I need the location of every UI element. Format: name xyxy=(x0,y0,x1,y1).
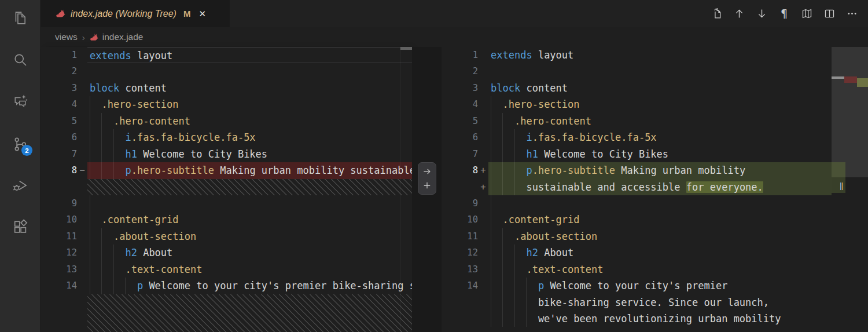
scrollbar-slider[interactable] xyxy=(400,47,412,50)
line-number: 2 xyxy=(442,63,478,79)
line-number: 11 xyxy=(41,228,77,245)
toggle-whitespace-button[interactable]: ¶ xyxy=(778,8,790,20)
close-icon[interactable]: ✕ xyxy=(198,9,206,18)
line-content: block content xyxy=(87,80,412,96)
toggle-split-view-button[interactable] xyxy=(823,8,836,20)
line-content: bike-sharing service. Since our launch, xyxy=(488,294,832,311)
scrollbar-track xyxy=(400,47,412,332)
diff-sign xyxy=(478,195,488,211)
code-line[interactable]: 1extends layout xyxy=(442,47,832,63)
modified-code: 1extends layout23block content4 .hero-se… xyxy=(442,47,832,332)
next-change-button[interactable] xyxy=(755,8,768,20)
code-line[interactable] xyxy=(442,327,832,332)
tab-index-jade[interactable]: index.jade (Working Tree) M ✕ xyxy=(41,0,230,27)
line-content: .hero-content xyxy=(87,113,412,129)
breadcrumb-item-index-jade[interactable]: index.jade xyxy=(90,32,144,42)
code-line[interactable]: 9 xyxy=(442,195,832,211)
code-line[interactable]: bike-sharing service. Since our launch, xyxy=(442,294,832,311)
activity-item-search[interactable] xyxy=(12,52,28,68)
open-file-button[interactable] xyxy=(710,8,723,20)
line-number: 8 xyxy=(41,162,77,178)
code-line[interactable]: 9 xyxy=(41,195,412,211)
line-content: p.hero-subtitle Making urban mobility su… xyxy=(87,162,412,178)
line-number: 14 xyxy=(442,278,478,294)
previous-change-button[interactable] xyxy=(733,8,745,20)
diff-pane-original[interactable]: 1extends layout23block content4 .hero-se… xyxy=(41,47,412,332)
diff-sign xyxy=(77,146,87,162)
line-number xyxy=(442,179,478,195)
diff-filler-line[interactable] xyxy=(41,179,412,195)
code-line[interactable]: 10 .content-grid xyxy=(41,211,412,228)
diff-sign xyxy=(478,80,488,96)
code-line[interactable]: 12 h2 About xyxy=(41,245,412,261)
collapse-unchanged-regions-button[interactable] xyxy=(800,8,813,20)
code-line[interactable]: 11 .about-section xyxy=(442,228,832,245)
code-line[interactable]: 7 h1 Welcome to City Bikes xyxy=(442,146,832,162)
code-line[interactable]: + sustainable and accessible for everyon… xyxy=(442,179,832,195)
code-line[interactable]: 5 .hero-content xyxy=(41,113,412,129)
add-change-button[interactable] xyxy=(421,180,433,191)
diff-change-widget xyxy=(418,162,436,195)
diff-pane-modified[interactable]: 1extends layout23block content4 .hero-se… xyxy=(442,47,832,332)
code-line[interactable]: 14 p Welcome to your city's premier xyxy=(442,278,832,294)
more-actions-icon xyxy=(846,8,858,20)
code-line[interactable]: 10 .content-grid xyxy=(442,211,832,228)
code-line[interactable]: 3block content xyxy=(442,80,832,96)
activity-item-extensions[interactable] xyxy=(12,218,28,235)
line-content: i.fas.fa-bicycle.fa-5x xyxy=(87,129,412,145)
line-content: p.hero-subtitle Making urban mobility xyxy=(488,162,832,178)
code-line[interactable]: 11 .about-section xyxy=(41,228,412,245)
activity-item-run-and-debug[interactable] xyxy=(12,177,28,194)
breadcrumb-item-views[interactable]: views xyxy=(55,32,78,42)
code-line[interactable]: 7 h1 Welcome to City Bikes xyxy=(41,146,412,162)
line-content: .text-content xyxy=(488,261,832,278)
editor-actions: ¶ xyxy=(710,0,868,27)
diff-filler-line[interactable] xyxy=(41,294,412,332)
modified-badge: M xyxy=(183,9,191,19)
code-line[interactable]: 2 xyxy=(442,63,832,79)
activity-item-source-control[interactable]: 2 xyxy=(12,136,28,152)
code-line[interactable]: 6 i.fas.fa-bicycle.fa-5x xyxy=(442,129,832,145)
more-actions-button[interactable] xyxy=(845,8,858,20)
code-line[interactable]: 12 h2 About xyxy=(442,245,832,261)
next-change-icon xyxy=(756,8,768,20)
minimap-slider[interactable] xyxy=(832,47,868,177)
activity-bar: 2 xyxy=(0,0,40,332)
line-number: 5 xyxy=(41,113,77,129)
line-content xyxy=(488,63,832,79)
diff-sign xyxy=(77,80,87,96)
code-line[interactable]: 8− p.hero-subtitle Making urban mobility… xyxy=(41,162,412,178)
code-line[interactable]: 4 .hero-section xyxy=(41,96,412,112)
pug-file-icon xyxy=(90,33,98,42)
diff-sign xyxy=(77,211,87,228)
search-icon xyxy=(12,52,28,68)
code-line[interactable]: 6 i.fas.fa-bicycle.fa-5x xyxy=(41,129,412,145)
minimap-added-row xyxy=(832,162,845,177)
code-line[interactable]: we've been revolutionizing urban mobilit… xyxy=(442,311,832,327)
open-file-icon xyxy=(711,8,723,20)
code-line[interactable]: 1extends layout xyxy=(41,47,412,63)
diff-sign xyxy=(478,113,488,129)
code-line[interactable]: 13 .text-content xyxy=(41,261,412,278)
diff-sign xyxy=(478,294,488,311)
original-code: 1extends layout23block content4 .hero-se… xyxy=(41,47,412,332)
line-number: 9 xyxy=(442,195,478,211)
code-line[interactable]: 13 .text-content xyxy=(442,261,832,278)
diff-sign: + xyxy=(478,179,488,195)
diff-sign xyxy=(478,129,488,145)
activity-item-explorer[interactable] xyxy=(12,10,28,26)
breadcrumb: views›index.jade xyxy=(40,27,868,47)
diff-sign xyxy=(77,63,87,79)
code-line[interactable]: 5 .hero-content xyxy=(442,113,832,129)
code-line[interactable]: 2 xyxy=(41,63,412,79)
code-line[interactable]: 14 p Welcome to your city's premier bike… xyxy=(41,278,412,294)
code-line[interactable]: 8+ p.hero-subtitle Making urban mobility xyxy=(442,162,832,178)
activity-item-copilot-chat[interactable] xyxy=(12,93,28,110)
line-content: .about-section xyxy=(488,228,832,245)
line-content: we've been revolutionizing urban mobilit… xyxy=(488,311,832,327)
code-line[interactable]: 4 .hero-section xyxy=(442,96,832,112)
code-line[interactable]: 3block content xyxy=(41,80,412,96)
line-content: extends layout xyxy=(87,47,412,63)
revert-change-button[interactable] xyxy=(421,166,433,177)
diff-sign xyxy=(77,113,87,129)
